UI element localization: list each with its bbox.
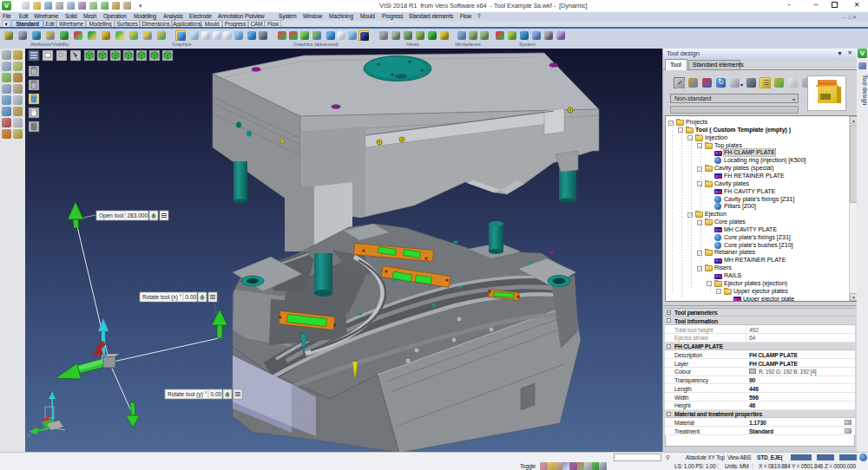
svg-text:0.00: 0.00	[186, 294, 197, 300]
svg-text:0.00: 0.00	[211, 391, 222, 397]
svg-text:283.000: 283.000	[128, 212, 148, 219]
svg-text:Rotate tool (x) °: Rotate tool (x) °	[142, 294, 182, 301]
svg-text:Z: Z	[49, 391, 52, 396]
svg-text:Rotate tool (y) °: Rotate tool (y) °	[168, 391, 207, 398]
svg-text:Open tool: Open tool	[99, 212, 124, 219]
svg-text:Y: Y	[27, 433, 30, 438]
